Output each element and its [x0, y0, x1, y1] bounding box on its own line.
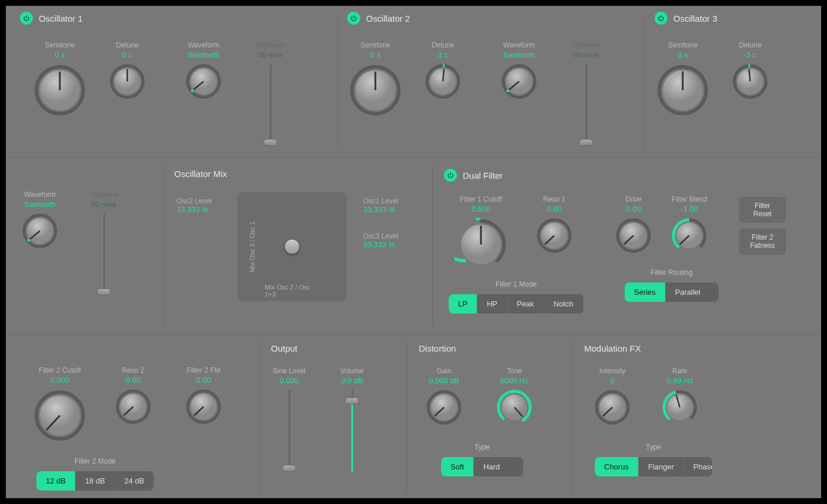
modfx-rate-value[interactable]: 0.69 Hz [667, 376, 693, 385]
f1-cutoff-knob[interactable] [455, 218, 507, 271]
modfx-type-label: Type [595, 443, 712, 451]
volume-slider[interactable] [343, 390, 361, 472]
f2-cutoff-knob[interactable] [33, 389, 86, 442]
osc1-power-button[interactable] [20, 12, 33, 25]
osc3-digiwave-label: Digiwave [90, 190, 118, 199]
reso1-label: Reso 1 [543, 195, 565, 203]
routing-parallel[interactable]: Parallel [666, 282, 710, 302]
filter-routing-label: Filter Routing [625, 268, 718, 277]
modfx-type-group: ChorusFlangerPhaser [595, 457, 712, 476]
osc1-waveform-knob[interactable] [186, 64, 221, 99]
drive-knob[interactable] [616, 218, 651, 253]
osc2-detune-value[interactable]: 3 c [438, 50, 448, 59]
f1-mode-notch[interactable]: Notch [544, 294, 584, 314]
f1-mode-hp[interactable]: HP [477, 294, 507, 314]
f1-cutoff-value[interactable]: 0.500 [472, 205, 491, 213]
osc3-semitone-label: Semitone [668, 41, 698, 49]
dist-gain-knob[interactable] [426, 390, 462, 425]
osc2-detune-knob[interactable] [425, 64, 460, 99]
osc1-semitone-value[interactable]: 0 s [55, 50, 65, 59]
drive-value[interactable]: 0.00 [626, 205, 640, 213]
f2-mode-12-db[interactable]: 12 dB [36, 471, 76, 491]
osc2-level-value[interactable]: 33.333 % [177, 205, 212, 214]
dist-tone-knob[interactable] [497, 390, 532, 425]
osc3-digiwave-value: 00-sine [91, 200, 117, 209]
osc2-power-button[interactable] [347, 12, 360, 25]
dist-type-soft[interactable]: Soft [441, 457, 474, 476]
f2-cutoff-label: Filter 2 Cutoff [39, 366, 81, 374]
f2-fm-value[interactable]: 0.00 [196, 376, 211, 384]
reso1-value[interactable]: 0.00 [547, 205, 561, 213]
osc1-detune-value[interactable]: 0 c [122, 50, 132, 59]
osc-mix-title: Oscillator Mix [174, 169, 227, 179]
modfx-type-phaser[interactable]: Phaser [684, 457, 712, 476]
volume-value[interactable]: 0.0 dB [341, 376, 363, 385]
osc3-level-label: Osc3 Level [363, 232, 398, 240]
osc2-section: Oscillator 2 Semitone 0 s Detune 3 c Wav… [340, 6, 645, 152]
osc1-semitone-knob[interactable] [33, 64, 86, 117]
osc2-waveform-label: Waveform [503, 41, 535, 49]
f1-mode-peak[interactable]: Peak [507, 294, 544, 314]
f1-mode-lp[interactable]: LP [449, 294, 477, 314]
f1-mode-group: LPHPPeakNotchBP [449, 294, 584, 314]
osc3-semitone-value[interactable]: 0 s [677, 50, 687, 59]
osc3-title: Oscillator 3 [673, 13, 717, 23]
osc3-section: Oscillator 3 Semitone 0 s Detune -3 c [648, 6, 821, 152]
xy-vertical-label: Mix Osc 3 / Osc 1 [249, 222, 256, 273]
osc1-level-value[interactable]: 33.333 % [363, 205, 398, 214]
f2-mode-24-db[interactable]: 24 dB [115, 471, 154, 491]
osc3-waveform-label: Waveform [24, 190, 56, 199]
osc3-waveform-knob[interactable] [22, 213, 57, 248]
osc-mix-xy-pad[interactable]: Mix Osc 3 / Osc 1 Mix Osc 2 / Osc 1+3 [238, 192, 347, 301]
osc3-semitone-knob[interactable] [656, 64, 709, 117]
osc3-power-button[interactable] [655, 12, 667, 25]
distortion-section: Distortion Gain 0.000 dB Tone 6000 Hz Ty… [412, 338, 564, 357]
osc1-detune-label: Detune [116, 41, 139, 49]
osc2-detune-label: Detune [432, 41, 455, 49]
dist-gain-value[interactable]: 0.000 dB [429, 376, 459, 385]
osc3-level-value[interactable]: 33.333 % [363, 240, 398, 249]
modfx-rate-knob[interactable] [662, 390, 697, 425]
dist-type-hard[interactable]: Hard [474, 457, 509, 476]
reso1-knob[interactable] [537, 218, 572, 253]
osc3-detune-knob[interactable] [733, 64, 768, 99]
reso2-value[interactable]: 0.00 [126, 376, 140, 384]
routing-series[interactable]: Series [625, 282, 666, 302]
osc1-detune-knob[interactable] [110, 64, 145, 99]
osc3-detune-value[interactable]: -3 c [744, 50, 757, 59]
sine-level-slider[interactable] [280, 390, 298, 472]
sine-level-label: Sine Level [273, 367, 306, 375]
dist-tone-value[interactable]: 6000 Hz [500, 376, 528, 385]
reso2-knob[interactable] [116, 389, 151, 424]
divider [337, 14, 338, 149]
f2-mode-18-db[interactable]: 18 dB [76, 471, 115, 491]
filter-blend-value[interactable]: -1.00 [681, 205, 699, 213]
f2-cutoff-value[interactable]: 0.000 [50, 376, 70, 384]
osc2-waveform-value[interactable]: Sawtooth [503, 50, 535, 59]
osc2-waveform-knob[interactable] [501, 64, 537, 99]
osc3-waveform-value[interactable]: Sawtooth [24, 200, 56, 209]
filter-reset-button[interactable]: Filter Reset [739, 197, 786, 223]
svg-point-19 [507, 90, 510, 93]
osc-mix-section: Oscillator Mix Osc2 Level 33.333 % Osc1 … [167, 163, 425, 182]
filter-blend-knob[interactable] [672, 218, 707, 253]
osc2-semitone-value[interactable]: 0 s [370, 50, 380, 59]
sine-level-value[interactable]: 0.000 [280, 376, 299, 385]
modfx-type-flanger[interactable]: Flanger [639, 457, 684, 476]
f2-fm-knob[interactable] [186, 389, 221, 424]
filter2-fatness-button[interactable]: Filter 2 Fatness [739, 229, 786, 255]
f1-cutoff-label: Filter 1 Cutoff [460, 195, 502, 203]
modfx-title: Modulation FX [584, 343, 641, 353]
osc2-digiwave-slider [577, 64, 595, 146]
modfx-intensity-knob[interactable] [595, 390, 630, 425]
osc1-waveform-value[interactable]: Sawtooth [188, 50, 219, 59]
xy-handle[interactable] [285, 240, 299, 254]
modfx-intensity-value[interactable]: 0 [610, 376, 614, 385]
osc1-digiwave-value: 00-sine [258, 50, 283, 59]
osc2-semitone-knob[interactable] [349, 64, 402, 117]
dual-filter-power-button[interactable] [444, 169, 457, 182]
dual-filter-title: Dual Filter [463, 171, 503, 181]
osc1-waveform-label: Waveform [188, 41, 219, 49]
modfx-type-chorus[interactable]: Chorus [595, 457, 639, 476]
synth-panel: Oscillator 1 Semitone 0 s Detune 0 c Wav… [6, 6, 821, 498]
